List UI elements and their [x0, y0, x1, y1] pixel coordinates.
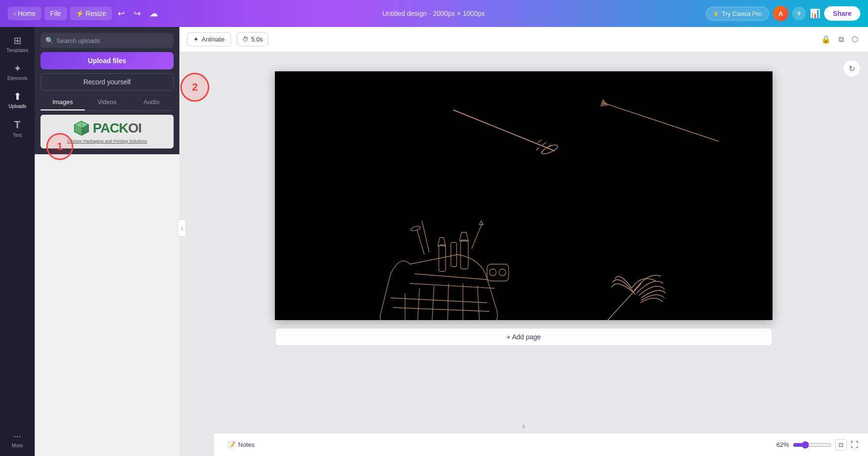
svg-line-12 [536, 148, 539, 150]
time-label: 5.0s [251, 36, 263, 43]
canvas-right-icons: 🔒 ⧉ ⬡ [819, 33, 860, 46]
more-icon: ··· [14, 430, 22, 442]
topbar-left: ‹ Home File ⚡ Resize ↩ ↪ ☁ [8, 5, 161, 22]
svg-marker-15 [601, 99, 608, 106]
add-page-button[interactable]: + Add page [275, 328, 773, 346]
svg-line-25 [410, 283, 494, 288]
share-button[interactable]: Share [824, 6, 860, 21]
sidebar-item-label: More [12, 443, 23, 448]
record-yourself-button[interactable]: Record yourself [41, 73, 174, 91]
packoi-oi-text: OI [128, 121, 142, 135]
sidebar-item-label: Text [13, 133, 22, 138]
clock-icon: ⏱ [242, 36, 248, 43]
tab-videos[interactable]: Videos [85, 94, 129, 110]
file-button[interactable]: File [44, 7, 67, 20]
svg-line-26 [415, 274, 487, 280]
home-button[interactable]: ‹ Home [8, 7, 41, 20]
zoom-slider[interactable] [793, 441, 831, 449]
packoi-pack-text: PACK [93, 121, 128, 135]
svg-line-30 [448, 283, 448, 320]
share-label: Share [833, 10, 852, 17]
canvas-scroll[interactable]: + Add page [179, 52, 868, 456]
refresh-button[interactable]: ↻ [843, 60, 860, 77]
sidebar-item-label: Elements [7, 76, 27, 81]
file-label: File [50, 10, 61, 17]
sidebar-item-more[interactable]: ··· More [2, 427, 33, 452]
bottom-bar: 📝 Notes 62% ⊡ ⛶ [214, 433, 868, 456]
resize-button[interactable]: ⚡ Resize [70, 7, 112, 20]
annotation-circle-1: 1 [46, 133, 73, 160]
hide-panel-button[interactable]: ‹ [177, 219, 186, 237]
fit-page-button[interactable]: ⊡ [835, 439, 847, 451]
sparkle-icon: ✦ [193, 36, 199, 43]
svg-line-46 [588, 283, 641, 320]
redo-button[interactable]: ↪ [131, 5, 144, 22]
undo-button[interactable]: ↩ [115, 5, 128, 22]
packoi-subtitle: Custom Packaging and Printing Solutions [67, 139, 147, 144]
add-collaborator-button[interactable]: + [792, 7, 806, 20]
svg-point-45 [499, 269, 506, 276]
search-box: 🔍 [41, 33, 174, 48]
time-indicator: ⏱ 5.0s [237, 32, 269, 46]
upload-files-label: Upload files [88, 57, 126, 65]
document-title: Untitled design - 2000px × 1000px [165, 10, 702, 17]
fullscreen-button[interactable]: ⛶ [851, 441, 858, 449]
canvas-area: ✦ Animate ⏱ 5.0s 🔒 ⧉ ⬡ ↻ [179, 27, 868, 456]
upload-files-button[interactable]: Upload files [41, 52, 174, 69]
topbar-right: ♛ Try Canva Pro A + 📊 Share [706, 6, 860, 21]
tab-images[interactable]: Images [41, 94, 85, 110]
add-page-label: + Add page [506, 333, 541, 341]
main-layout: ⊞ Templates ✦ Elements ⬆ Uploads T Text … [0, 27, 868, 456]
sidebar-item-uploads[interactable]: ⬆ Uploads [2, 87, 33, 113]
annotation-circle-2: 2 [180, 73, 209, 102]
sidebar-item-elements[interactable]: ✦ Elements [2, 59, 33, 85]
zoom-controls: 62% ⊡ ⛶ [776, 439, 858, 451]
crown-icon: ♛ [713, 10, 719, 17]
search-input[interactable] [56, 37, 169, 44]
zoom-slider-container [793, 441, 831, 449]
try-pro-button[interactable]: ♛ Try Canva Pro [706, 7, 769, 21]
resize-label: Resize [86, 10, 107, 17]
record-yourself-label: Record yourself [83, 78, 131, 86]
avatar[interactable]: A [773, 6, 788, 21]
svg-line-28 [417, 288, 420, 320]
svg-line-14 [603, 103, 719, 141]
animate-button[interactable]: ✦ Animate [187, 32, 231, 46]
tab-audio[interactable]: Audio [129, 94, 174, 110]
page-navigation: ∧ [179, 419, 868, 433]
uploads-panel-wrapper: 1 2 🔍 Upload files Record yourself [35, 27, 179, 456]
svg-point-44 [489, 269, 496, 276]
home-label: Home [18, 10, 36, 17]
svg-point-39 [410, 226, 420, 232]
svg-rect-43 [487, 264, 509, 281]
canvas-illustration [275, 71, 773, 320]
duplicate-button[interactable]: ⧉ [837, 33, 846, 46]
svg-marker-37 [460, 232, 468, 241]
uploads-icon: ⬆ [14, 91, 22, 102]
packoi-logo-row: PACKOI [73, 120, 142, 137]
sidebar-item-label: Templates [6, 48, 28, 53]
cloud-save-icon[interactable]: ☁ [147, 5, 161, 22]
templates-icon: ⊞ [14, 35, 22, 46]
chevron-left-icon: ‹ [14, 10, 16, 17]
svg-line-29 [432, 286, 434, 320]
animate-label: Animate [202, 36, 225, 43]
sidebar-item-text[interactable]: T Text [2, 115, 33, 142]
packoi-name: PACKOI [93, 121, 142, 136]
svg-line-7 [453, 110, 555, 151]
title-text: Untitled design - 2000px × 1000px [382, 10, 485, 17]
try-pro-label: Try Canva Pro [722, 10, 762, 17]
svg-line-41 [472, 223, 482, 249]
tabs-row: Images Videos Audio [41, 94, 174, 111]
sidebar-item-templates[interactable]: ⊞ Templates [2, 31, 33, 57]
collapse-pages-button[interactable]: ∧ [521, 423, 526, 430]
notes-button[interactable]: 📝 Notes [224, 439, 258, 450]
analytics-button[interactable]: 📊 [810, 8, 820, 19]
svg-line-24 [393, 308, 489, 311]
elements-icon: ✦ [14, 63, 22, 74]
topbar: ‹ Home File ⚡ Resize ↩ ↪ ☁ Untitled desi… [0, 0, 868, 27]
expand-button[interactable]: ⬡ [850, 33, 860, 46]
lock-button[interactable]: 🔒 [819, 33, 833, 46]
search-icon: 🔍 [45, 37, 54, 44]
avatar-initials: A [778, 10, 783, 17]
